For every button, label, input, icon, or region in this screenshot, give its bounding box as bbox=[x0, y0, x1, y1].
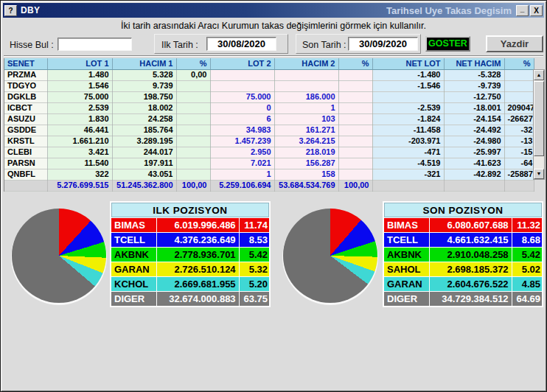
scroll-down-icon[interactable]: ▼ bbox=[534, 169, 544, 179]
grid-cell bbox=[338, 69, 372, 80]
grid-column-header[interactable]: HACIM 2 bbox=[274, 58, 338, 69]
help-icon[interactable]: ? bbox=[4, 5, 17, 16]
grid-cell: 2.539 bbox=[47, 102, 112, 113]
position-cell: 34.729.384.512 bbox=[430, 292, 512, 306]
grid-cell: 1 bbox=[210, 169, 274, 180]
grid-cell bbox=[372, 91, 444, 102]
yazdir-button[interactable]: Yazdir bbox=[486, 35, 543, 52]
position-cell: SAHOL bbox=[384, 262, 429, 276]
grid-cell bbox=[176, 113, 210, 125]
ilk-tarih-label: Ilk Tarih : bbox=[161, 40, 198, 50]
position-cell: 6.080.607.688 bbox=[430, 218, 512, 232]
grid-cell: -41.623 bbox=[444, 158, 504, 169]
position-cell: 5.32 bbox=[240, 262, 269, 276]
goster-button[interactable]: GOSTER bbox=[425, 36, 470, 52]
position-cell: BIMAS bbox=[384, 218, 429, 232]
position-cell: 2.669.681.955 bbox=[157, 277, 239, 291]
position-cell: AKBNK bbox=[111, 248, 156, 262]
grid-cell: -15 bbox=[504, 147, 534, 158]
position-row: DIGER34.729.384.51264.69 bbox=[384, 292, 542, 306]
position-cell: 32.674.000.883 bbox=[157, 292, 239, 306]
grid-cell: -13 bbox=[504, 136, 534, 147]
grid-column-header[interactable]: % bbox=[338, 58, 372, 69]
position-row: KCHOL2.669.681.9555.20 bbox=[111, 277, 269, 291]
position-row: AKBNK2.910.048.2585.42 bbox=[384, 248, 542, 262]
table-row[interactable]: PARSN11.540197.9117.021156.287-4.519-41.… bbox=[4, 158, 534, 169]
son-tarih-field[interactable]: 30/09/2020 bbox=[348, 37, 418, 51]
position-cell: 2.698.185.372 bbox=[430, 262, 512, 276]
grid-column-header[interactable]: LOT 1 bbox=[47, 58, 112, 69]
app-title: DBY bbox=[21, 5, 40, 15]
table-row[interactable]: GSDDE46.441185.76434.983161.271-11.458-2… bbox=[4, 125, 534, 136]
position-cell: KCHOL bbox=[111, 277, 156, 291]
hisse-bul-input[interactable] bbox=[58, 38, 132, 51]
grid-column-header[interactable]: NET HACIM bbox=[444, 58, 504, 69]
grid-cell: -2.539 bbox=[372, 102, 444, 113]
grid-cell: 1.457.239 bbox=[210, 136, 274, 147]
totals-row[interactable]: 5.276.699.51551.245.362.800100,005.259.1… bbox=[4, 180, 534, 191]
grid-cell: 53.684.534.769 bbox=[274, 180, 338, 191]
table-row[interactable]: KRSTL1.661.2103.289.1951.457.2393.264.21… bbox=[4, 136, 534, 147]
minimize-button[interactable]: _ bbox=[516, 5, 529, 16]
grid-cell: 46.441 bbox=[47, 125, 112, 136]
grid-cell bbox=[338, 169, 372, 180]
grid-cell: 5.259.106.694 bbox=[210, 180, 274, 191]
grid-cell bbox=[338, 136, 372, 147]
table-row[interactable]: PRZMA1.4805.3280,00-1.480-5.328 bbox=[4, 69, 534, 80]
grid-cell: 161.271 bbox=[274, 125, 338, 136]
grid-cell bbox=[176, 91, 210, 102]
grid-cell bbox=[274, 69, 338, 80]
grid-cell bbox=[504, 69, 534, 80]
ilk-pozisyon-table: ILK POZISYON BIMAS6.019.996.48611.74TCEL… bbox=[110, 201, 271, 307]
position-cell: GARAN bbox=[384, 277, 429, 291]
close-button[interactable]: X bbox=[530, 5, 543, 16]
table-row[interactable]: QNBFL32243.0511158-321-42.892-25887 bbox=[4, 169, 534, 180]
grid-cell: 209047 bbox=[504, 102, 534, 113]
grid-cell bbox=[176, 136, 210, 147]
table-row[interactable]: ICBCT2.53918.00201-2.539-18.001209047 bbox=[4, 102, 534, 113]
position-cell: 2.726.510.124 bbox=[157, 262, 239, 276]
grid-column-header[interactable]: NET LOT bbox=[372, 58, 444, 69]
ilk-pozisyon-pie-chart bbox=[12, 209, 106, 303]
grid-cell bbox=[210, 80, 274, 91]
grid-cell bbox=[338, 125, 372, 136]
grid-cell bbox=[504, 180, 534, 191]
ilk-tarih-field[interactable]: 30/08/2020 bbox=[206, 37, 276, 51]
grid-cell: 11.540 bbox=[47, 158, 112, 169]
grid-column-header[interactable]: LOT 2 bbox=[210, 58, 274, 69]
grid-cell: CLEBI bbox=[4, 147, 47, 158]
table-row[interactable]: DGKLB75.000198.75075.000186.000-12.750 bbox=[4, 91, 534, 102]
grid-cell: TDGYO bbox=[4, 80, 47, 91]
grid-cell: 5.276.699.515 bbox=[47, 180, 112, 191]
grid-column-header[interactable]: HACIM 1 bbox=[112, 58, 176, 69]
table-row[interactable]: CLEBI3.421244.0172.950218.019-471-25.997… bbox=[4, 147, 534, 158]
grid-cell: 198.750 bbox=[112, 91, 176, 102]
grid-cell: 1.546 bbox=[47, 80, 112, 91]
grid-cell: 3.264.215 bbox=[274, 136, 338, 147]
position-cell: 5.20 bbox=[240, 277, 269, 291]
grid-cell bbox=[176, 125, 210, 136]
grid-cell: -32 bbox=[504, 125, 534, 136]
position-row: BIMAS6.080.607.68811.32 bbox=[384, 218, 542, 232]
window-title: Tarihsel Uye Takas Degisim bbox=[386, 5, 512, 16]
position-cell: 2.778.936.701 bbox=[157, 248, 239, 262]
grid-column-header[interactable]: SENET bbox=[4, 58, 47, 69]
grid-cell: 3.289.195 bbox=[112, 136, 176, 147]
scrollbar-thumb[interactable] bbox=[534, 81, 544, 156]
grid-column-header[interactable]: % bbox=[504, 58, 534, 69]
grid-column-header[interactable]: % bbox=[176, 58, 210, 69]
table-row[interactable]: TDGYO1.5469.739-1.546-9.739 bbox=[4, 80, 534, 91]
grid-cell: -203.971 bbox=[372, 136, 444, 147]
scroll-up-icon[interactable]: ▲ bbox=[534, 70, 544, 80]
table-row[interactable]: ASUZU1.83024.2586103-1.824-24.154-26627 bbox=[4, 113, 534, 125]
grid-cell: -24.492 bbox=[444, 125, 504, 136]
grid-cell bbox=[210, 69, 274, 80]
position-row: TCELL4.661.632.4158.68 bbox=[384, 233, 542, 247]
grid-cell bbox=[274, 80, 338, 91]
position-cell: 4.661.632.415 bbox=[430, 233, 512, 247]
position-cell: 64.69 bbox=[512, 292, 542, 306]
position-row: GARAN2.604.676.5224.85 bbox=[384, 277, 542, 291]
grid-cell bbox=[176, 147, 210, 158]
grid-cell: 9.739 bbox=[112, 80, 176, 91]
grid-vertical-scrollbar[interactable]: ▲ ▼ bbox=[533, 69, 545, 180]
